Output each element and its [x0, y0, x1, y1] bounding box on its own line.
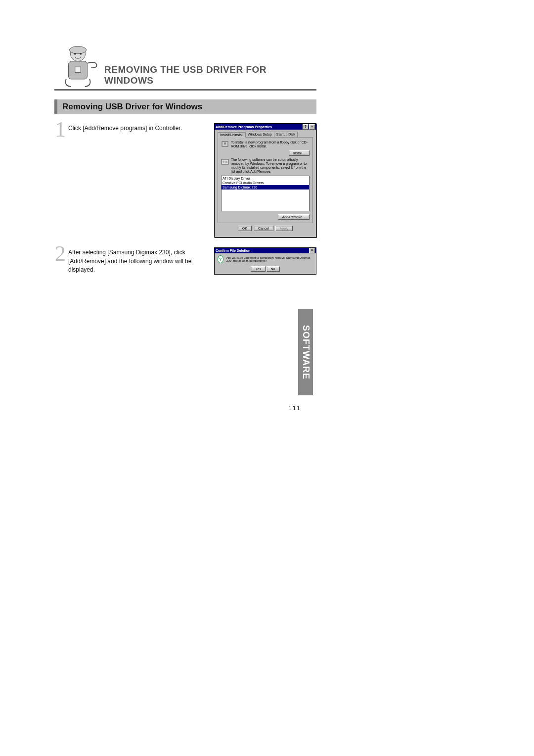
mascot-illustration — [54, 40, 101, 89]
svg-point-4 — [74, 53, 76, 55]
add-remove-button[interactable]: Add/Remove... — [278, 214, 310, 220]
step-number: 2 — [54, 245, 66, 262]
dialog-titlebar: Confirm File Deletion × — [215, 248, 316, 253]
dialog-titlebar: Add/Remove Programs Properties ? × — [215, 124, 316, 130]
list-item[interactable]: Creative PCI Audio Drivers — [222, 181, 309, 185]
side-tab-software: SOFTWARE — [298, 309, 313, 395]
dialog-title: Add/Remove Programs Properties — [216, 125, 272, 129]
list-item[interactable]: ATI Display Driver — [222, 176, 309, 181]
svg-rect-3 — [75, 67, 81, 72]
svg-rect-7 — [224, 142, 226, 144]
close-icon[interactable]: × — [309, 124, 315, 130]
install-button[interactable]: Install... — [289, 150, 310, 156]
svg-rect-10 — [225, 161, 227, 163]
step-text: After selecting [Samsung Digimax 230], c… — [68, 247, 207, 274]
list-item-selected[interactable]: Samsung Digimax 230 — [222, 185, 309, 189]
sub-heading: Removing USB Driver for Windows — [54, 99, 316, 114]
tab-install-uninstall[interactable]: Install/Uninstall — [218, 132, 246, 138]
close-icon[interactable]: × — [309, 248, 315, 253]
tab-strip: Install/Uninstall Windows Setup Startup … — [218, 132, 313, 137]
components-icon — [221, 158, 229, 166]
step-text: Click [Add/Remove programs] in Controlle… — [68, 123, 182, 133]
apply-button[interactable]: Apply — [275, 226, 293, 231]
cancel-button[interactable]: Cancel — [254, 226, 273, 231]
confirm-dialog: Confirm File Deletion × ? Are you sure y… — [214, 247, 316, 275]
add-remove-dialog: Add/Remove Programs Properties ? × Insta… — [214, 123, 316, 237]
svg-point-9 — [222, 161, 224, 163]
no-button[interactable]: No — [267, 266, 280, 272]
confirm-message: Are you sure you want to completely remo… — [226, 256, 313, 262]
step-row: 1 Click [Add/Remove programs] in Control… — [54, 123, 316, 237]
step-number: 1 — [54, 121, 66, 138]
help-icon[interactable]: ? — [303, 124, 309, 130]
install-icon — [221, 141, 229, 148]
dialog-title: Confirm File Deletion — [216, 249, 250, 252]
step-row: 2 After selecting [Samsung Digimax 230],… — [54, 247, 316, 275]
page-section-title: REMOVING THE USB DRIVER FOR WINDOWS — [104, 64, 316, 89]
tab-startup-disk[interactable]: Startup Disk — [274, 132, 298, 137]
ok-button[interactable]: OK — [238, 226, 252, 231]
install-text: To install a new program from a floppy d… — [231, 141, 310, 148]
svg-point-5 — [80, 53, 82, 55]
remove-text: The following software can be automatica… — [231, 158, 310, 174]
programs-listbox[interactable]: ATI Display Driver Creative PCI Audio Dr… — [221, 176, 310, 211]
yes-button[interactable]: Yes — [251, 266, 265, 272]
svg-point-1 — [69, 46, 86, 53]
tab-windows-setup[interactable]: Windows Setup — [245, 132, 274, 137]
question-icon: ? — [218, 255, 223, 263]
page-number: 111 — [288, 405, 301, 412]
